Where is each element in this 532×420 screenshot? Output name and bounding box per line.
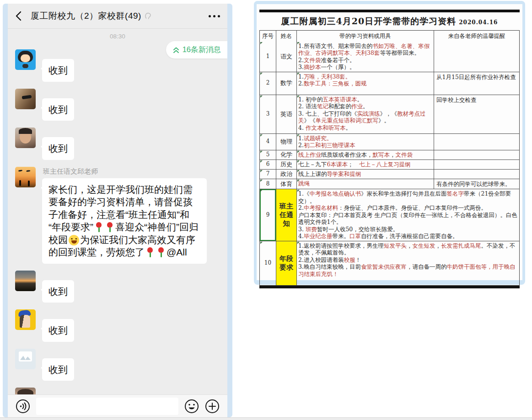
table-row: 4物理1.试题研究。2.初二和初三物理课本 [260,133,519,150]
top-rule [259,10,520,12]
cell-seq: 6 [260,160,276,169]
back-icon[interactable] [15,11,21,21]
item-line: 2.文件袋准备若干个。 [298,57,432,64]
message-bubble[interactable]: 收到 [42,98,74,121]
col-header-seq: 序号 [260,31,276,42]
document-paper: 厦工附属初三4月20日开学需带的学习资料2020.04.16 序号 姓名 带的学… [257,4,522,280]
col-header-reminder: 来自各老师的温馨提醒 [434,31,519,42]
bottom-rule [259,286,520,288]
frame-strip-right [227,4,232,417]
table-row: 5化学线上作业纸质版或者作业本，默写本，文件袋 [260,150,519,159]
table-row: 1语文1.所有语文书、期末带回去的书如万唯、名著、寒假作业、古诗词默写本、天利3… [260,42,519,72]
cell-reminder: 回学校上交检查 [434,95,519,133]
chat-screenshot: 厦工附校九（2）家校群(49) 08:30 16条新消息 收到收到收到班主任语文… [3,4,232,417]
plus-circle-icon[interactable] [205,399,220,414]
chat-timestamp: 08:30 [8,33,227,40]
cell-reminder [434,160,519,169]
avatar[interactable] [15,89,36,109]
more-menu-icon[interactable] [209,15,220,17]
message-bubble[interactable]: 收到 [42,59,74,82]
chat-title: 厦工附校九（2）家校群(49) [31,10,141,22]
item-line: 线上上课的导学案和提纲 [298,170,432,178]
message-bubble[interactable]: 收到 [42,358,74,381]
message-row: 收到 [15,128,220,160]
message-bubble[interactable]: 收到 [42,280,74,303]
message-row: 收到 [15,89,220,121]
avatar[interactable] [15,271,36,291]
item-line: 2.初二和初三物理课本 [298,142,432,149]
cell-subject: 历史 [276,160,296,169]
rose-emoji-icon [105,222,114,232]
avatar[interactable] [15,349,36,369]
cell-items: 线上上课的导学案和提纲 [296,170,434,179]
message-bubble[interactable]: 家长们，这是开学我们班的娃们需要备好的学习资料清单，请督促孩子准备好，注意看“班… [42,178,207,264]
cell-subject: 物理 [276,134,296,150]
message-list: 收到收到收到班主任语文邱老师家长们，这是开学我们班的娃们需要备好的学习资料清单，… [15,49,220,395]
message-content: 班主任语文邱老师家长们，这是开学我们班的娃们需要备好的学习资料清单，请督促孩子准… [42,167,198,264]
bottom-strip [0,417,532,420]
table-row: 6历史七上－九下6本课本； 七上－八上复习提纲 [260,159,519,169]
supply-table: 序号 姓名 带的学习资料或用具 来自各老师的温馨提醒 1语文1.所有语文书、期末… [259,30,520,286]
cell-seq: 4 [260,134,276,150]
message-row: 班主任语文邱老师家长们，这是开学我们班的娃们需要备好的学习资料清单，请督促孩子准… [15,167,220,264]
document-title-text: 厦工附属初三4月20日开学需带的学习资料 [281,16,457,26]
table-row: 2数学1.万唯，天利38套。2.数学工具：三角板，圆规从1月15日起所有作业补齐… [260,72,519,95]
item-line: 1.试题研究。 [298,135,432,142]
page: 厦工附校九（2）家校群(49) 08:30 16条新消息 收到收到收到班主任语文… [0,0,532,420]
avatar[interactable] [15,388,36,395]
cell-reminder [434,150,519,159]
document-title: 厦工附属初三4月20日开学需带的学习资料2020.04.16 [257,16,522,27]
item-line: 七上－九下6本课本； 七上－八上复习提纲 [298,161,432,168]
cell-subject: 政治 [276,170,296,179]
cell-items: 1.返校前请按照学校要求，男生理短发平头，女生短发，长发需扎成马尾。不染发，不烫… [296,241,519,285]
avatar[interactable] [15,128,36,148]
voice-wave-icon[interactable] [16,399,30,414]
cell-subject: 化学 [276,150,296,159]
chat-panel: 厦工附校九（2）家校群(49) 08:30 16条新消息 收到收到收到班主任语文… [8,4,227,417]
cell-seq: 7 [260,170,276,179]
smiley-icon[interactable] [184,399,199,414]
cell-subject: 语文 [276,42,296,72]
cell-reminder: 有条件的同学可以把球带来。 [434,179,519,189]
col-header-subject: 姓名 [276,31,296,42]
message-bubble[interactable]: 收到 [42,319,74,342]
cell-subject: 英语 [276,95,296,133]
item-line: 3.摘抄本一个（厚）。 [298,64,432,71]
cell-items: 1. 初中的五本英语课本。2. 语法笔记和配套的作业。3. 七上、七下打印的《实… [296,95,434,133]
cell-seq: 8 [260,179,276,189]
item-line: 1.返校前请按照学校要求，男生理短发平头，女生短发，长发需扎成马尾。不染发，不烫… [298,242,518,256]
item-line: 线上作业纸质版或者作业本，默写本，文件袋 [298,151,432,159]
message-content: 收到 [42,271,74,303]
item-line: 1.《中考报名地点确认书》家长和学生选择打勾并且在后面签名字带来（21份全部要交… [298,190,518,204]
document-image: 厦工附属初三4月20日开学需带的学习资料2020.04.16 序号 姓名 带的学… [254,1,525,285]
message-bubble[interactable]: 收到 [42,137,74,160]
cell-reminder [434,170,519,179]
message-input[interactable] [36,398,178,415]
item-line: 3. 班费暂时一人收50，交给班长陈爱。 [298,226,518,233]
cell-items: 七上－九下6本课本； 七上－八上复习提纲 [296,160,434,169]
avatar[interactable] [15,309,36,330]
item-line: 4.毕业纪念册带来。口罩自行准备，洗手液根据自己需要自备。 [298,233,518,240]
avatar[interactable] [15,49,36,70]
doc-table-body: 1语文1.所有语文书、期末带回去的书如万唯、名著、寒假作业、古诗词默写本、天利3… [260,42,519,285]
message-row: 收到 [15,309,220,342]
document-date: 2020.04.16 [459,19,498,26]
item-line: 2.进入校园请着装校服！ [298,256,518,264]
cell-subject: 数学 [276,72,296,95]
table-row: 3英语1. 初中的五本英语课本。2. 语法笔记和配套的作业。3. 七上、七下打印… [260,95,519,133]
table-row: 9班主任通知1.《中考报名地点确认书》家长和学生选择打勾并且在后面签名字带来（2… [260,189,519,241]
table-row: 7政治线上上课的导学案和提纲 [260,169,519,179]
document-panel: 厦工附属初三4月20日开学需带的学习资料2020.04.16 序号 姓名 带的学… [254,0,528,420]
item-line: 户口本复印：户口本首页及考 生户口页（复印件在一张纸上，不合格会被退回）。白色透… [298,212,518,226]
cell-seq: 5 [260,150,276,159]
col-header-items: 带的学习资料或用具 [296,31,434,42]
message-content: 收到 [42,89,74,121]
cell-reminder [434,134,519,150]
cell-subject: 年段要求 [276,241,296,285]
item-line: 3. 七上、七下打印的《实战演练》，《教材考点过关》《单元重点短语和词汇默写》。 [298,110,432,124]
item-line: 4. 作文本和听写本。 [298,124,432,132]
avatar[interactable] [15,167,36,187]
message-content: 收到 [42,49,74,82]
cell-items: 1.《中考报名地点确认书》家长和学生选择打勾并且在后面签名字带来（21份全部要交… [296,189,519,241]
item-line: 2. 语法笔记和配套的作业。 [298,103,432,110]
